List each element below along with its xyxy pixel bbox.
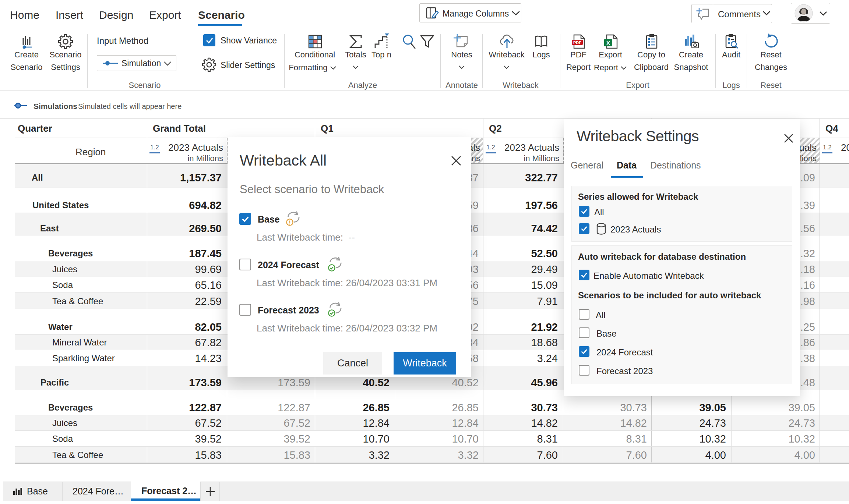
svg-text:X: X <box>606 40 610 46</box>
svg-text:PDF: PDF <box>573 40 581 45</box>
